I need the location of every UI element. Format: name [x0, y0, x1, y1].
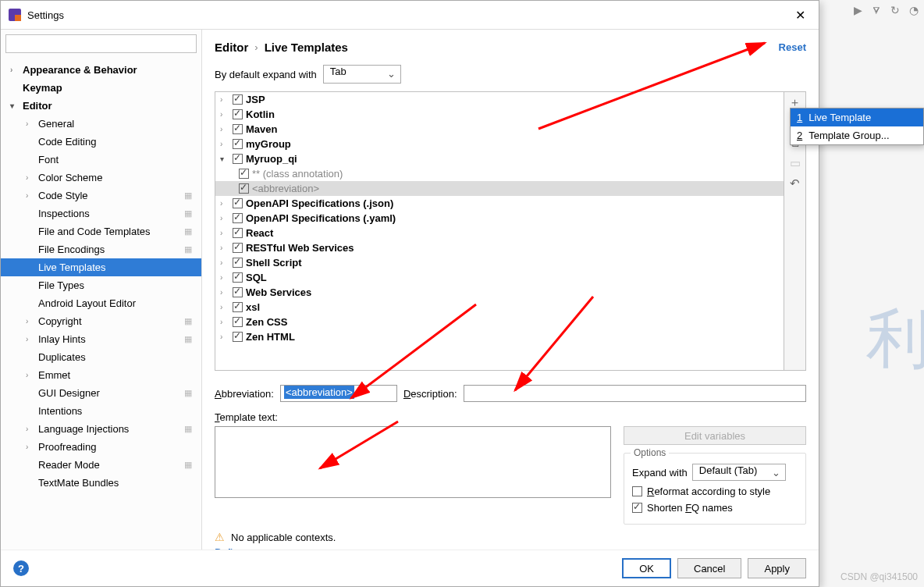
template-checkbox[interactable]	[233, 198, 243, 208]
template-row[interactable]: OpenAPI Specifications (.json)	[215, 196, 784, 211]
tree-arrow-icon	[220, 155, 229, 163]
template-checkbox[interactable]	[233, 332, 243, 342]
template-checkbox[interactable]	[233, 109, 243, 119]
search-input[interactable]	[5, 34, 197, 53]
template-checkbox[interactable]	[233, 258, 243, 268]
sidebar-item[interactable]: Color Scheme	[1, 169, 201, 187]
template-row[interactable]: OpenAPI Specifications (.yaml)	[215, 211, 784, 226]
template-row[interactable]: Zen HTML	[215, 329, 784, 344]
sidebar-item[interactable]: Keymap	[1, 79, 201, 97]
sidebar-item[interactable]: File Types	[1, 276, 201, 294]
template-row[interactable]: ** (class annotation)	[215, 166, 784, 181]
profile-icon[interactable]: ◔	[907, 3, 921, 17]
breadcrumb-root[interactable]: Editor	[215, 41, 248, 54]
edit-variables-button: Edit variables	[624, 426, 806, 445]
template-checkbox[interactable]	[233, 213, 243, 223]
settings-tree[interactable]: Appearance & BehaviorKeymapEditorGeneral…	[1, 58, 201, 550]
template-checkbox[interactable]	[233, 317, 243, 327]
tree-arrow-icon	[220, 125, 229, 133]
template-row[interactable]: xsl	[215, 300, 784, 315]
template-row[interactable]: <abbreviation>	[215, 181, 784, 196]
run-icon[interactable]: ▶	[851, 3, 865, 17]
reformat-checkbox[interactable]	[632, 486, 642, 496]
description-input[interactable]	[464, 385, 806, 402]
template-row[interactable]: Shell Script	[215, 255, 784, 270]
sidebar-item[interactable]: Code Style▦	[1, 187, 201, 205]
sidebar-item[interactable]: Emmet	[1, 366, 201, 384]
sidebar-item[interactable]: Proofreading	[1, 438, 201, 456]
debug-icon[interactable]: ⛛	[869, 3, 883, 17]
config-scope-icon: ▦	[184, 388, 195, 399]
sidebar-item[interactable]: Live Templates	[1, 258, 201, 276]
sidebar-item[interactable]: Intentions	[1, 402, 201, 420]
sidebar-item[interactable]: Language Injections▦	[1, 420, 201, 438]
revert-button[interactable]: ↶	[784, 173, 805, 194]
template-row[interactable]: SQL	[215, 270, 784, 285]
sidebar-item[interactable]: File Encodings▦	[1, 240, 201, 258]
template-checkbox[interactable]	[233, 154, 243, 164]
coverage-icon[interactable]: ↻	[888, 3, 902, 17]
template-row[interactable]: JSP	[215, 92, 784, 107]
abbreviation-input[interactable]: <abbreviation>	[280, 385, 397, 402]
template-row[interactable]: React	[215, 226, 784, 240]
template-checkbox[interactable]	[239, 183, 249, 194]
template-checkbox[interactable]	[233, 139, 243, 149]
template-checkbox[interactable]	[233, 228, 243, 238]
sidebar-item[interactable]: Code Editing	[1, 133, 201, 151]
settings-sidebar: 🔍 Appearance & BehaviorKeymapEditorGener…	[1, 30, 202, 550]
sidebar-item-label: File Types	[38, 279, 84, 291]
shorten-fq-checkbox[interactable]	[632, 503, 642, 513]
template-checkbox[interactable]	[233, 94, 243, 105]
template-checkbox[interactable]	[233, 124, 243, 134]
template-checkbox[interactable]	[233, 302, 243, 312]
config-scope-icon: ▦	[184, 334, 195, 345]
sidebar-item[interactable]: Inlay Hints▦	[1, 330, 201, 348]
cancel-button[interactable]: Cancel	[677, 558, 741, 578]
template-checkbox[interactable]	[239, 169, 249, 179]
sidebar-item[interactable]: Android Layout Editor	[1, 294, 201, 312]
sidebar-item-label: Inspections	[38, 208, 90, 219]
close-button[interactable]: ✕	[789, 5, 811, 24]
template-label: Shell Script	[246, 257, 302, 269]
template-row[interactable]: RESTful Web Services	[215, 240, 784, 255]
template-row[interactable]: myGroup	[215, 137, 784, 151]
reset-link[interactable]: Reset	[779, 41, 806, 53]
sidebar-item[interactable]: General	[1, 115, 201, 133]
sidebar-item[interactable]: Font	[1, 151, 201, 169]
define-link[interactable]: Define⌄	[215, 543, 806, 550]
expand-with-combo[interactable]: Default (Tab)	[692, 464, 786, 481]
template-checkbox[interactable]	[233, 287, 243, 297]
sidebar-item[interactable]: File and Code Templates▦	[1, 222, 201, 240]
tree-arrow-icon	[10, 101, 20, 110]
apply-button[interactable]: Apply	[748, 558, 806, 578]
sidebar-item-label: Intentions	[38, 405, 82, 417]
expand-combo[interactable]: Tab	[323, 65, 401, 84]
template-text-area[interactable]	[215, 426, 611, 498]
sidebar-item[interactable]: TextMate Bundles	[1, 474, 201, 492]
sidebar-item[interactable]: Duplicates	[1, 348, 201, 366]
template-checkbox[interactable]	[233, 243, 243, 253]
template-checkbox[interactable]	[233, 272, 243, 283]
sidebar-item[interactable]: Copyright▦	[1, 312, 201, 330]
sidebar-item[interactable]: Appearance & Behavior	[1, 61, 201, 79]
sidebar-item[interactable]: Inspections▦	[1, 205, 201, 222]
sidebar-item[interactable]: Editor	[1, 97, 201, 115]
popup-live-template[interactable]: 1 Live Template	[791, 109, 923, 126]
shorten-fq-label: Shorten FQ names	[647, 502, 733, 514]
templates-list[interactable]: JSPKotlinMavenmyGroupMyruop_qi** (class …	[215, 92, 784, 370]
ok-button[interactable]: OK	[622, 558, 671, 578]
tree-arrow-icon	[26, 371, 35, 379]
help-icon[interactable]: ?	[13, 560, 29, 576]
template-row[interactable]: Web Services	[215, 285, 784, 300]
template-row[interactable]: Maven	[215, 122, 784, 137]
popup-template-group[interactable]: 2 Template Group...	[791, 126, 923, 144]
sidebar-item[interactable]: GUI Designer▦	[1, 384, 201, 402]
sidebar-item-label: File and Code Templates	[38, 226, 151, 237]
expand-row: By default expand with Tab	[215, 65, 806, 91]
breadcrumb-leaf: Live Templates	[265, 41, 348, 54]
template-row[interactable]: Zen CSS	[215, 315, 784, 329]
template-row[interactable]: Myruop_qi	[215, 151, 784, 166]
template-label: Kotlin	[246, 109, 275, 120]
sidebar-item[interactable]: Reader Mode▦	[1, 456, 201, 474]
template-row[interactable]: Kotlin	[215, 107, 784, 122]
